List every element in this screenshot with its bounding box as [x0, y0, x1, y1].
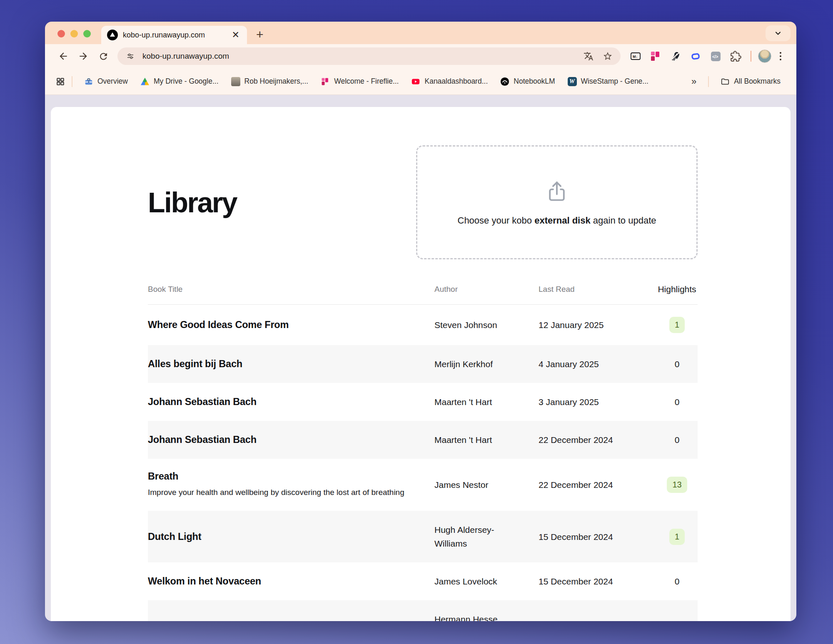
book-highlights: 0	[657, 359, 697, 369]
all-bookmarks-button[interactable]: All Bookmarks	[716, 75, 786, 89]
book-title: Where Good Ideas Come From	[148, 319, 434, 331]
bookmark-star-icon[interactable]	[601, 49, 615, 63]
book-author: Hermann Hesse	[434, 612, 539, 621]
svg-text:</>: </>	[712, 55, 718, 59]
bookmark-label: WiseStamp - Gene...	[581, 77, 648, 86]
upload-share-icon	[544, 179, 570, 204]
browser-toolbar: kobo-up.runawayup.com M↓ </>	[45, 44, 796, 68]
url-text[interactable]: kobo-up.runawayup.com	[142, 52, 576, 61]
apps-grid-icon[interactable]	[56, 77, 65, 86]
book-author: James Lovelock	[434, 574, 539, 588]
book-last-read: 4 January 2025	[539, 357, 657, 371]
site-settings-icon[interactable]	[123, 49, 137, 63]
forward-arrow-icon	[78, 51, 89, 62]
svg-text:M↓: M↓	[633, 55, 638, 59]
bookmark-label: NotebookLM	[514, 77, 555, 86]
table-row[interactable]: Where Good Ideas Come From Steven Johnso…	[148, 305, 698, 345]
bookmark-notebooklm[interactable]: NotebookLM	[495, 75, 560, 89]
browser-menu-icon[interactable]	[775, 52, 786, 60]
book-title: Breath	[148, 471, 434, 482]
bookmark-label: Rob Hoeijmakers,...	[244, 77, 309, 86]
tab-strip: kobo-up.runawayup.com ✕ +	[45, 22, 796, 44]
bookmark-label: Overview	[97, 77, 128, 86]
book-last-read: 15 December 2024	[539, 574, 657, 588]
bookmark-label: My Drive - Google...	[154, 77, 219, 86]
book-highlights: 1	[657, 317, 697, 333]
highlight-count-badge: 13	[667, 477, 687, 493]
tab-title: kobo-up.runawayup.com	[123, 31, 225, 40]
table-row[interactable]: Johann Sebastian Bach Maarten 't Hart 22…	[148, 421, 698, 459]
book-author: Hugh Aldersey-Williams	[434, 523, 539, 550]
browser-tab[interactable]: kobo-up.runawayup.com ✕	[101, 26, 247, 44]
column-header-highlights: Highlights	[657, 284, 697, 294]
tab-close-icon[interactable]: ✕	[230, 30, 241, 40]
folder-icon	[721, 77, 730, 86]
bookmark-label: Kanaaldashboard...	[424, 77, 488, 86]
kobo-disk-dropzone[interactable]: Choose your kobo external disk again to …	[416, 145, 698, 259]
reload-icon	[98, 51, 109, 62]
bookmark-wisestamp[interactable]: W WiseStamp - Gene...	[563, 75, 653, 89]
extension-blue-ring-icon[interactable]	[687, 48, 704, 65]
bookmarks-divider	[72, 76, 72, 87]
book-table-body: Where Good Ideas Come From Steven Johnso…	[148, 305, 698, 621]
table-row[interactable]: Breath Improve your health and wellbeing…	[148, 459, 698, 511]
table-row[interactable]: Alles begint bij Bach Merlijn Kerkhof 4 …	[148, 345, 698, 383]
profile-avatar[interactable]	[758, 50, 771, 63]
table-row[interactable]: Johann Sebastian Bach Maarten 't Hart 3 …	[148, 383, 698, 421]
translate-icon[interactable]	[581, 49, 596, 63]
bookmarks-overflow-chevron[interactable]: »	[687, 76, 701, 87]
book-title: Johann Sebastian Bach	[148, 434, 434, 445]
extension-fireflies-icon[interactable]	[647, 48, 664, 65]
chevron-down-icon	[774, 29, 782, 37]
content-card: Library Choose your kobo external disk a…	[51, 107, 791, 621]
book-title: Johann Sebastian Bach	[148, 396, 434, 408]
book-highlights: 0	[657, 577, 697, 587]
book-last-read: 15 December 2024	[539, 530, 657, 544]
table-row[interactable]: Welkom in het Novaceen James Lovelock 15…	[148, 562, 698, 600]
bookmark-kanaaldashboard[interactable]: Kanaaldashboard...	[406, 75, 493, 89]
minimize-window-button[interactable]	[70, 30, 78, 37]
close-window-button[interactable]	[57, 30, 65, 37]
page-title: Library	[148, 186, 237, 219]
book-table: Book Title Author Last Read Highlights W…	[148, 284, 698, 621]
bookmark-fireflies[interactable]: Welcome - Fireflie...	[316, 75, 404, 89]
book-title: Dutch Light	[148, 531, 434, 542]
book-highlights: 0	[657, 397, 697, 407]
book-author: Maarten 't Hart	[434, 395, 539, 409]
book-author: Maarten 't Hart	[434, 433, 539, 447]
dropzone-text: Choose your kobo external disk again to …	[458, 215, 656, 226]
table-row[interactable]: Dutch Light Hugh Aldersey-Williams 15 De…	[148, 511, 698, 562]
extension-location-pin-icon[interactable]	[667, 48, 684, 65]
toolbar-divider	[751, 51, 751, 62]
book-subtitle: Improve your health and wellbeing by dis…	[148, 486, 406, 499]
window-controls	[57, 30, 91, 37]
youtube-icon	[411, 77, 420, 86]
site-favicon	[107, 30, 118, 40]
back-button[interactable]	[55, 48, 72, 65]
bookmark-rob-hoeijmakers[interactable]: Rob Hoeijmakers,...	[226, 75, 314, 89]
book-last-read: 22 December 2024	[539, 478, 657, 492]
table-row[interactable]: Hermann Hesse	[148, 600, 698, 621]
address-bar[interactable]: kobo-up.runawayup.com	[117, 47, 621, 65]
extensions-puzzle-icon[interactable]	[727, 48, 744, 65]
page-background: Library Choose your kobo external disk a…	[45, 95, 796, 621]
photo-favicon-icon	[231, 77, 240, 86]
notebooklm-icon	[500, 77, 509, 86]
book-title: Welkom in het Novaceen	[148, 576, 434, 587]
reload-button[interactable]	[95, 48, 112, 65]
column-header-book-title: Book Title	[148, 285, 434, 294]
bookmarks-divider	[708, 76, 709, 87]
bookmark-overview[interactable]: Overview	[79, 75, 133, 89]
forward-button[interactable]	[75, 48, 92, 65]
highlight-count-badge: 1	[669, 317, 685, 333]
bookmark-my-drive[interactable]: My Drive - Google...	[135, 75, 224, 89]
tab-search-chevron-button[interactable]	[766, 25, 791, 41]
zoom-window-button[interactable]	[83, 30, 91, 37]
extension-markdown-icon[interactable]: M↓	[627, 48, 644, 65]
extension-code-icon[interactable]: </>	[707, 48, 724, 65]
new-tab-button[interactable]: +	[256, 28, 264, 41]
highlight-count-badge: 1	[669, 529, 685, 545]
all-bookmarks-label: All Bookmarks	[734, 77, 781, 86]
book-last-read: 12 January 2025	[539, 318, 657, 332]
back-arrow-icon	[58, 51, 69, 62]
